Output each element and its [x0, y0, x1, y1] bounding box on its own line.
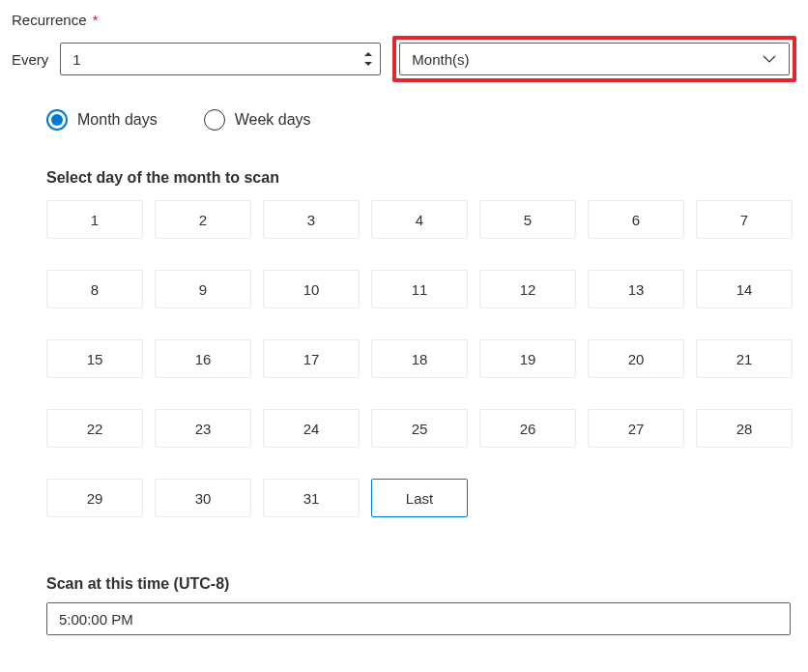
day-select-heading: Select day of the month to scan — [46, 169, 796, 187]
day-cell-24[interactable]: 24 — [263, 409, 360, 448]
day-cell-29[interactable]: 29 — [46, 479, 143, 517]
day-type-radio-group: Month days Week days — [46, 109, 796, 131]
day-cell-23[interactable]: 23 — [155, 409, 251, 448]
spinner-controls — [361, 49, 375, 69]
unit-dropdown-value: Month(s) — [412, 51, 762, 68]
required-asterisk: * — [93, 12, 99, 28]
day-cell-last[interactable]: Last — [371, 479, 468, 517]
unit-dropdown-highlight: Month(s) — [392, 36, 796, 82]
scan-time-input[interactable] — [46, 602, 791, 635]
day-cell-10[interactable]: 10 — [263, 270, 360, 308]
radio-month-days[interactable]: Month days — [46, 109, 158, 131]
day-cell-8[interactable]: 8 — [46, 270, 143, 308]
day-cell-30[interactable]: 30 — [155, 479, 251, 517]
day-cell-4[interactable]: 4 — [371, 200, 468, 239]
day-cell-2[interactable]: 2 — [155, 200, 251, 239]
radio-week-days[interactable]: Week days — [204, 109, 311, 131]
day-cell-13[interactable]: 13 — [588, 270, 684, 308]
day-cell-12[interactable]: 12 — [479, 270, 576, 308]
radio-checked-icon — [46, 109, 68, 131]
day-cell-6[interactable]: 6 — [588, 200, 684, 239]
day-grid: 1234567891011121314151617181920212223242… — [46, 200, 796, 517]
day-cell-22[interactable]: 22 — [46, 409, 143, 448]
scan-time-label: Scan at this time (UTC-8) — [46, 575, 796, 593]
day-cell-7[interactable]: 7 — [696, 200, 793, 239]
day-cell-1[interactable]: 1 — [46, 200, 143, 239]
day-cell-20[interactable]: 20 — [588, 339, 684, 378]
radio-week-days-label: Week days — [235, 111, 311, 129]
day-cell-26[interactable]: 26 — [479, 409, 576, 448]
radio-month-days-label: Month days — [77, 111, 158, 129]
day-cell-11[interactable]: 11 — [371, 270, 468, 308]
chevron-up-icon — [364, 52, 372, 56]
day-cell-9[interactable]: 9 — [155, 270, 251, 308]
day-cell-5[interactable]: 5 — [479, 200, 576, 239]
day-cell-14[interactable]: 14 — [696, 270, 793, 308]
day-cell-19[interactable]: 19 — [479, 339, 576, 378]
day-cell-18[interactable]: 18 — [371, 339, 468, 378]
radio-unchecked-icon — [204, 109, 225, 131]
day-cell-15[interactable]: 15 — [46, 339, 143, 378]
every-input[interactable] — [60, 43, 381, 75]
day-cell-3[interactable]: 3 — [263, 200, 360, 239]
recurrence-label-text: Recurrence — [12, 12, 87, 28]
day-cell-21[interactable]: 21 — [696, 339, 793, 378]
radio-dot-icon — [51, 114, 63, 126]
every-spinner[interactable] — [60, 43, 381, 75]
day-cell-27[interactable]: 27 — [588, 409, 684, 448]
day-cell-28[interactable]: 28 — [696, 409, 793, 448]
every-label: Every — [12, 51, 48, 68]
day-cell-31[interactable]: 31 — [263, 479, 360, 517]
chevron-down-icon — [762, 51, 777, 67]
day-cell-25[interactable]: 25 — [371, 409, 468, 448]
day-cell-16[interactable]: 16 — [155, 339, 251, 378]
spinner-up-button[interactable] — [361, 49, 375, 59]
day-cell-17[interactable]: 17 — [263, 339, 360, 378]
every-row: Every Month(s) — [12, 36, 796, 82]
recurrence-label: Recurrence * — [12, 12, 796, 28]
unit-dropdown[interactable]: Month(s) — [399, 43, 790, 75]
chevron-down-icon — [364, 62, 372, 66]
spinner-down-button[interactable] — [361, 59, 375, 69]
